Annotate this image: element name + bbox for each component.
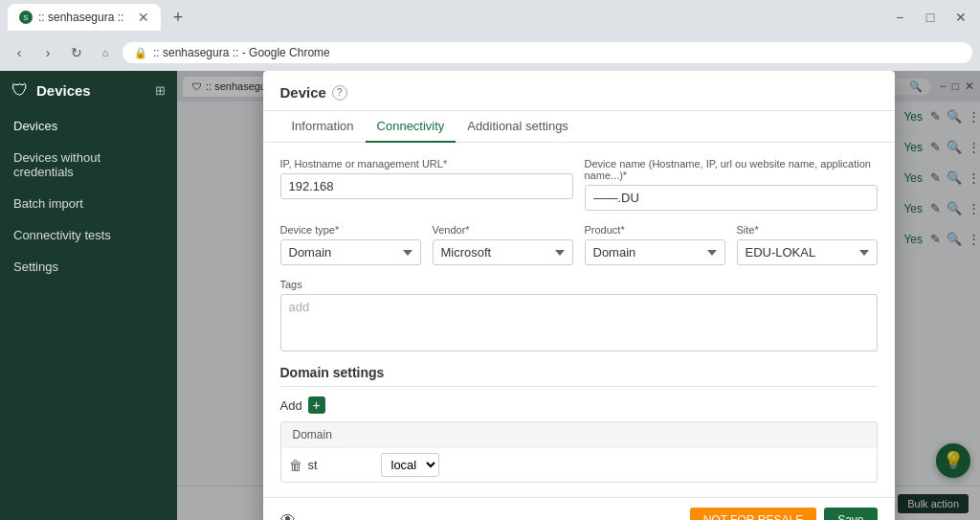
sidebar-item-settings-label: Settings (13, 260, 58, 274)
sidebar-title: Devices (36, 82, 91, 99)
tags-group: Tags add (280, 279, 878, 351)
home-btn[interactable]: ⌂ (94, 41, 117, 64)
device-type-select[interactable]: Domain (280, 239, 421, 265)
site-group: Site* EDU-LOKAL (737, 224, 878, 265)
domain-text-input[interactable] (308, 458, 375, 472)
dialog-overlay: Device ? Information Connectivity Additi… (177, 71, 980, 520)
sidebar-item-devices[interactable]: Devices (0, 110, 177, 142)
product-label: Product* (585, 224, 725, 236)
form-row-1: IP, Hostname or management URL* Device n… (280, 158, 878, 211)
reload-btn[interactable]: ↻ (65, 41, 88, 64)
delete-domain-btn[interactable]: 🗑 (289, 458, 302, 473)
sidebar-item-batch-import-label: Batch import (13, 196, 83, 211)
app-logo: 🛡 (11, 80, 29, 101)
device-type-group: Device type* Domain (280, 224, 421, 265)
domain-settings-section: Domain settings Add + Domain 🗑 (280, 365, 878, 483)
close-btn[interactable]: ✕ (949, 6, 972, 29)
vendor-group: Vendor* Microsoft (433, 224, 573, 265)
tab-information[interactable]: Information (280, 111, 366, 143)
dialog-title: Device (280, 84, 326, 101)
domain-settings-title: Domain settings (280, 365, 878, 387)
sidebar-item-connectivity-tests[interactable]: Connectivity tests (0, 219, 177, 251)
tab-title: :: senhasegura :: (38, 11, 123, 24)
sidebar-logo-area: 🛡 Devices ⊞ (0, 71, 177, 110)
forward-btn[interactable]: › (36, 41, 59, 64)
sidebar-item-settings[interactable]: Settings (0, 251, 177, 283)
site-label: Site* (737, 224, 878, 236)
browser-tab[interactable]: S :: senhasegura :: ✕ (8, 4, 161, 31)
sidebar-item-devices-no-creds[interactable]: Devices without credentials (0, 142, 177, 188)
device-name-label: Device name (Hostname, IP, url ou websit… (585, 158, 878, 181)
dialog-header: Device ? (263, 71, 895, 111)
address-url: :: senhasegura :: - Google Chrome (153, 46, 961, 59)
sidebar-item-batch-import[interactable]: Batch import (0, 188, 177, 219)
back-btn[interactable]: ‹ (8, 41, 31, 64)
eye-icon[interactable]: 👁 (280, 511, 296, 520)
tab-favicon: S (19, 11, 33, 24)
device-name-input[interactable] (585, 185, 878, 211)
tab-connectivity[interactable]: Connectivity (366, 111, 457, 143)
sidebar-item-connectivity-tests-label: Connectivity tests (13, 228, 111, 242)
sidebar-item-devices-no-creds-label: Devices without credentials (13, 150, 100, 179)
maximize-btn[interactable]: □ (919, 6, 942, 29)
help-icon[interactable]: ? (332, 85, 347, 101)
address-bar[interactable]: 🔒 :: senhasegura :: - Google Chrome (122, 42, 972, 63)
sidebar: 🛡 Devices ⊞ Devices Devices without cred… (0, 71, 177, 520)
product-select[interactable]: Domain (585, 239, 725, 265)
tab-additional-settings[interactable]: Additional settings (456, 111, 580, 143)
device-type-label: Device type* (280, 224, 421, 236)
tags-input[interactable]: add (280, 294, 878, 351)
grid-icon: ⊞ (155, 83, 166, 98)
sidebar-item-devices-label: Devices (13, 119, 57, 133)
device-dialog: Device ? Information Connectivity Additi… (263, 71, 895, 520)
dialog-footer: 👁 NOT FOR RESALE Save (263, 497, 895, 520)
dialog-body: IP, Hostname or management URL* Device n… (263, 143, 895, 497)
vendor-select[interactable]: Microsoft (433, 239, 573, 265)
add-label: Add (280, 398, 302, 413)
tags-placeholder: add (289, 300, 310, 314)
domain-table-header: Domain (281, 422, 877, 447)
add-domain-btn[interactable]: + (308, 396, 325, 414)
tags-label: Tags (280, 279, 878, 290)
footer-actions: NOT FOR RESALE Save (690, 508, 878, 520)
vendor-label: Vendor* (433, 224, 573, 236)
save-btn[interactable]: Save (824, 508, 877, 520)
domain-suffix-select[interactable]: local (381, 453, 439, 477)
ip-label: IP, Hostname or management URL* (280, 158, 573, 170)
form-row-2: Device type* Domain Vendor* Microsoft (280, 224, 878, 265)
product-group: Product* Domain (585, 224, 725, 265)
not-for-resale-btn[interactable]: NOT FOR RESALE (690, 508, 816, 520)
minimize-btn[interactable]: − (888, 6, 911, 29)
site-select[interactable]: EDU-LOKAL (737, 239, 878, 265)
domain-table-row: 🗑 local (281, 447, 877, 482)
new-tab-btn[interactable]: + (165, 4, 191, 31)
tab-close-btn[interactable]: ✕ (138, 10, 149, 25)
add-domain-row: Add + (280, 396, 878, 414)
dialog-tabs: Information Connectivity Additional sett… (263, 111, 895, 143)
device-name-group: Device name (Hostname, IP, url ou websit… (585, 158, 878, 211)
domain-table: Domain 🗑 local (280, 421, 878, 483)
ip-input[interactable] (280, 173, 573, 199)
ip-group: IP, Hostname or management URL* (280, 158, 573, 211)
content-area: 🛡 :: senhasegura :: - Google Chrome ✕ aM… (177, 71, 980, 520)
